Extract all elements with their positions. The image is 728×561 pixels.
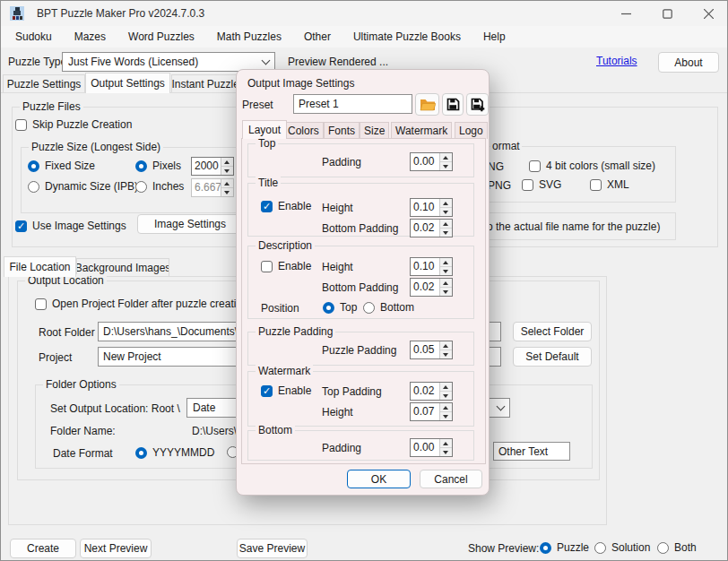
select-folder-button[interactable]: Select Folder [513, 322, 592, 341]
ok-button[interactable]: OK [347, 470, 411, 488]
title-height-label: Height [322, 202, 353, 214]
spin-up-button[interactable] [221, 158, 233, 167]
spin-down-button[interactable] [440, 208, 452, 216]
puzzle-padding-spinner[interactable]: 0.05 [410, 341, 453, 359]
spin-down-button[interactable] [440, 392, 452, 400]
preset-input[interactable]: Preset 1 [293, 94, 412, 114]
tab-output-settings[interactable]: Output Settings [85, 73, 170, 93]
date-format-yyyymmdd-radio[interactable]: YYYYMMDD [135, 446, 214, 459]
other-text-input[interactable]: Other Text [493, 442, 570, 461]
spin-down-button[interactable] [440, 162, 452, 170]
spin-up-button[interactable] [440, 341, 452, 350]
spin-down-button[interactable] [440, 229, 452, 237]
open-project-folder-checkbox[interactable]: Open Project Folder after puzzle creatio… [35, 298, 248, 310]
create-button[interactable]: Create [10, 539, 76, 558]
cancel-button[interactable]: Cancel [420, 470, 482, 488]
four-bit-colors-checkbox[interactable]: 4 bit colors (small size) [529, 160, 655, 172]
title-height-spinner[interactable]: 0.10 [410, 198, 453, 217]
spin-up-button[interactable] [440, 439, 452, 448]
dialog-tab-logo[interactable]: Logo [455, 122, 488, 139]
radio-label: Top [340, 301, 357, 314]
image-settings-button[interactable]: Image Settings [137, 214, 243, 234]
title-bottom-padding-spinner[interactable]: 0.02 [410, 219, 453, 237]
spin-up-button[interactable] [440, 220, 452, 229]
menu-sudoku[interactable]: Sudoku [6, 28, 61, 46]
about-button[interactable]: About [658, 52, 719, 73]
dialog-tab-colors[interactable]: Colors [283, 122, 324, 139]
radio-icon [135, 160, 147, 172]
menu-ultimate-puzzle-books[interactable]: Ultimate Puzzle Books [344, 28, 470, 46]
save-preset-button[interactable] [442, 93, 464, 116]
spin-down-button[interactable] [440, 412, 452, 420]
dialog-tab-size[interactable]: Size [360, 122, 389, 139]
spin-up-button [221, 179, 233, 188]
next-preview-button[interactable]: Next Preview [80, 539, 152, 558]
position-top-radio[interactable]: Top [323, 301, 357, 314]
description-enable-checkbox[interactable]: Enable [261, 260, 311, 272]
xml-checkbox[interactable]: XML [590, 178, 629, 191]
spin-down-button[interactable] [440, 350, 452, 358]
spin-up-button[interactable] [440, 403, 452, 412]
fixed-size-radio[interactable]: Fixed Size [28, 160, 95, 172]
show-preview-puzzle-radio[interactable]: Puzzle [540, 541, 589, 554]
radio-label: Inches [152, 180, 184, 193]
puzzle-type-label: Puzzle Type [8, 56, 66, 68]
open-preset-button[interactable] [415, 93, 439, 116]
menu-word-puzzles[interactable]: Word Puzzles [119, 28, 204, 46]
svg-checkbox[interactable]: SVG [522, 178, 561, 191]
menu-mazes[interactable]: Mazes [65, 28, 115, 46]
spin-down-button[interactable] [221, 167, 233, 175]
spin-up-button[interactable] [440, 153, 452, 162]
position-bottom-radio[interactable]: Bottom [363, 301, 414, 314]
top-padding-spinner[interactable]: 0.00 [410, 152, 453, 171]
dialog-tab-fonts[interactable]: Fonts [324, 122, 360, 139]
show-preview-solution-radio[interactable]: Solution [594, 541, 650, 554]
description-height-spinner[interactable]: 0.10 [410, 257, 453, 276]
dialog-tab-layout[interactable]: Layout [242, 120, 287, 139]
tab-file-location[interactable]: File Location [4, 256, 76, 277]
set-default-button[interactable]: Set Default [513, 347, 592, 367]
menu-other[interactable]: Other [295, 28, 340, 46]
spin-down-button[interactable] [440, 448, 452, 456]
set-output-location-label: Set Output Location: Root \ [50, 402, 180, 415]
radio-icon [28, 181, 39, 193]
save-preset-as-button[interactable] [466, 93, 489, 116]
checkbox-label: Use Image Settings [32, 220, 126, 232]
position-label: Position [261, 302, 299, 315]
puzzle-type-value: Just Five Words (Licensed) [68, 56, 198, 68]
maximize-button[interactable] [646, 1, 688, 26]
dialog-tab-watermark[interactable]: Watermark [391, 122, 452, 139]
title-enable-checkbox[interactable]: Enable [261, 200, 311, 212]
preset-label: Preset [242, 99, 273, 111]
inches-radio[interactable]: Inches [135, 180, 184, 193]
title-bottom-padding-label: Bottom Padding [322, 222, 398, 235]
show-preview-label: Show Preview: [468, 542, 539, 555]
spin-up-button[interactable] [440, 199, 452, 208]
spin-down-button[interactable] [440, 267, 452, 275]
spin-down-button[interactable] [440, 288, 452, 296]
show-preview-both-radio[interactable]: Both [657, 541, 697, 554]
pixels-radio[interactable]: Pixels [135, 160, 181, 172]
close-button[interactable] [688, 1, 728, 26]
spin-up-button[interactable] [440, 279, 452, 288]
watermark-enable-checkbox[interactable]: Enable [261, 384, 311, 397]
pixels-spinner[interactable]: 2000 [191, 157, 234, 176]
dynamic-size-radio[interactable]: Dynamic Size (IPB) [28, 180, 138, 193]
tab-puzzle-settings[interactable]: Puzzle Settings [3, 74, 85, 93]
menu-help[interactable]: Help [474, 28, 515, 46]
spin-up-button[interactable] [440, 383, 452, 392]
save-preview-button[interactable]: Save Preview [237, 539, 308, 558]
description-bottom-padding-spinner[interactable]: 0.02 [410, 278, 453, 297]
menu-math-puzzles[interactable]: Math Puzzles [208, 28, 290, 46]
minimize-button[interactable] [605, 1, 646, 26]
checkbox-icon [522, 179, 533, 191]
watermark-height-spinner[interactable]: 0.07 [410, 402, 453, 421]
save-icon [446, 98, 460, 111]
bottom-padding-spinner[interactable]: 0.00 [410, 438, 453, 457]
watermark-top-padding-spinner[interactable]: 0.02 [410, 382, 453, 401]
spin-up-button[interactable] [440, 258, 452, 267]
checkbox-icon [261, 385, 273, 397]
skip-puzzle-creation-checkbox[interactable]: Skip Puzzle Creation [15, 118, 132, 131]
tutorials-link[interactable]: Tutorials [596, 55, 637, 67]
use-image-settings-checkbox[interactable]: Use Image Settings [15, 220, 126, 232]
